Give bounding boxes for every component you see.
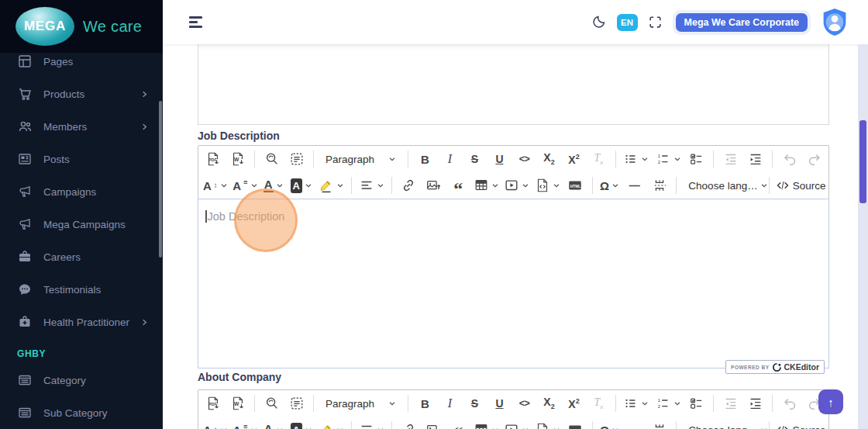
font-family-button[interactable]: A≡ bbox=[232, 418, 258, 429]
media-embed-button[interactable] bbox=[503, 418, 530, 429]
strikethrough-button[interactable]: S bbox=[464, 147, 485, 171]
underline-button[interactable]: U bbox=[489, 147, 510, 171]
export-word-button[interactable]: W bbox=[227, 147, 248, 171]
insert-template-button[interactable] bbox=[534, 174, 561, 197]
heading-dropdown[interactable]: Paragraph bbox=[320, 392, 401, 415]
insert-table-button[interactable] bbox=[473, 174, 500, 197]
sidebar-item-category[interactable]: Category bbox=[0, 364, 163, 396]
html-embed-button[interactable]: HTML bbox=[565, 418, 586, 429]
media-embed-button[interactable] bbox=[503, 174, 530, 197]
find-replace-icon bbox=[264, 396, 280, 411]
find-replace-button[interactable] bbox=[261, 147, 282, 171]
link-button[interactable] bbox=[398, 418, 419, 429]
bulleted-list-button[interactable] bbox=[622, 392, 650, 415]
find-replace-button[interactable] bbox=[261, 392, 282, 415]
font-background-button[interactable]: A bbox=[288, 174, 315, 197]
font-background-button[interactable]: A bbox=[288, 418, 315, 429]
insert-image-button[interactable] bbox=[423, 174, 444, 197]
sidebar-scrollbar[interactable] bbox=[159, 101, 162, 258]
special-characters-button[interactable]: Ω bbox=[599, 418, 621, 429]
font-size-button[interactable]: A↕ bbox=[202, 174, 228, 197]
outdent-button[interactable] bbox=[720, 392, 741, 415]
workspace-button[interactable]: Mega We Care Corporate bbox=[676, 13, 808, 32]
redo-button[interactable] bbox=[804, 147, 825, 171]
indent-button[interactable] bbox=[745, 392, 766, 415]
select-all-button[interactable] bbox=[286, 147, 307, 171]
user-avatar[interactable] bbox=[821, 8, 849, 36]
todo-list-button[interactable] bbox=[686, 147, 707, 171]
sidebar-item-campaigns[interactable]: Campaigns bbox=[0, 175, 163, 208]
page-scrollbar-track[interactable] bbox=[858, 44, 868, 429]
code-button[interactable]: <> bbox=[514, 147, 535, 171]
underline-button[interactable]: U bbox=[489, 392, 510, 415]
text-language-dropdown[interactable]: Choose lang… bbox=[683, 418, 763, 429]
source-button[interactable]: Source bbox=[776, 418, 825, 429]
font-family-button[interactable]: A≡ bbox=[232, 174, 258, 197]
remove-format-button[interactable]: Tx bbox=[588, 392, 609, 415]
bold-button[interactable]: B bbox=[415, 147, 436, 171]
fullscreen-button[interactable] bbox=[648, 15, 663, 29]
superscript-button[interactable]: X2 bbox=[563, 147, 584, 171]
export-pdf-button[interactable]: PDF bbox=[202, 392, 223, 415]
font-color-button[interactable]: A bbox=[262, 174, 284, 197]
superscript-button[interactable]: X2 bbox=[563, 392, 584, 415]
svg-text:PDF: PDF bbox=[208, 402, 217, 407]
job-description-editable[interactable]: Job Description bbox=[198, 199, 829, 368]
remove-format-button[interactable]: Tx bbox=[588, 147, 609, 171]
sidebar-item-careers[interactable]: Careers bbox=[0, 240, 163, 273]
horizontal-line-button[interactable]: — bbox=[624, 418, 645, 429]
editor-above-content[interactable] bbox=[198, 44, 829, 125]
sidebar-item-testimonials[interactable]: Testimonials bbox=[0, 273, 163, 306]
menu-toggle-button[interactable] bbox=[186, 13, 205, 31]
strikethrough-button[interactable]: S bbox=[464, 392, 485, 415]
highlight-button[interactable] bbox=[319, 174, 346, 197]
bulleted-list-button[interactable] bbox=[622, 147, 650, 171]
alignment-button[interactable] bbox=[358, 174, 385, 197]
code-button[interactable]: <> bbox=[514, 392, 535, 415]
undo-button[interactable] bbox=[779, 392, 800, 415]
sidebar-item-sub-category[interactable]: Sub Category bbox=[0, 396, 163, 429]
sidebar-item-health-practitioner[interactable]: Health Practitioner bbox=[0, 306, 163, 338]
todo-list-button[interactable] bbox=[686, 392, 707, 415]
bold-button[interactable]: B bbox=[415, 392, 436, 415]
language-badge[interactable]: EN bbox=[617, 14, 638, 31]
indent-button[interactable] bbox=[745, 147, 766, 171]
block-quote-button[interactable]: “ bbox=[448, 418, 469, 429]
subscript-button[interactable]: X2 bbox=[539, 392, 560, 415]
horizontal-line-button[interactable]: — bbox=[624, 174, 645, 197]
sidebar-item-members[interactable]: Members bbox=[0, 110, 163, 143]
text-language-dropdown[interactable]: Choose lang… bbox=[683, 174, 763, 197]
html-embed-button[interactable]: HTML bbox=[565, 174, 586, 197]
export-pdf-button[interactable]: PDF bbox=[202, 147, 223, 171]
link-button[interactable] bbox=[398, 174, 419, 197]
italic-button[interactable]: I bbox=[439, 147, 460, 171]
highlight-button[interactable] bbox=[319, 418, 346, 429]
dark-mode-toggle[interactable] bbox=[591, 14, 607, 30]
insert-image-button[interactable] bbox=[423, 418, 444, 429]
page-break-button[interactable] bbox=[649, 174, 670, 197]
sidebar-item-posts[interactable]: Posts bbox=[0, 143, 163, 175]
font-size-button[interactable]: A↕ bbox=[202, 418, 228, 429]
select-all-button[interactable] bbox=[286, 392, 307, 415]
italic-button[interactable]: I bbox=[439, 392, 460, 415]
source-button[interactable]: Source bbox=[776, 174, 825, 197]
export-word-button[interactable]: W bbox=[227, 392, 248, 415]
sidebar-item-products[interactable]: Products bbox=[0, 78, 163, 110]
sidebar-item-pages[interactable]: Pages bbox=[0, 45, 163, 78]
outdent-button[interactable] bbox=[720, 147, 741, 171]
insert-table-button[interactable] bbox=[473, 418, 500, 429]
numbered-list-button[interactable]: 12 bbox=[654, 147, 682, 171]
heading-dropdown[interactable]: Paragraph bbox=[320, 147, 401, 171]
alignment-button[interactable] bbox=[358, 418, 385, 429]
special-characters-button[interactable]: Ω bbox=[599, 174, 621, 197]
block-quote-button[interactable]: “ bbox=[448, 174, 469, 197]
numbered-list-button[interactable]: 12 bbox=[654, 392, 682, 415]
undo-button[interactable] bbox=[779, 147, 800, 171]
subscript-button[interactable]: X2 bbox=[539, 147, 560, 171]
insert-template-button[interactable] bbox=[534, 418, 561, 429]
page-break-button[interactable] bbox=[649, 418, 670, 429]
scroll-to-top-button[interactable]: ↑ bbox=[818, 389, 843, 414]
font-color-button[interactable]: A bbox=[262, 418, 284, 429]
sidebar-item-mega-campaigns[interactable]: Mega Campaigns bbox=[0, 208, 163, 240]
page-scrollbar-thumb[interactable] bbox=[859, 120, 866, 203]
